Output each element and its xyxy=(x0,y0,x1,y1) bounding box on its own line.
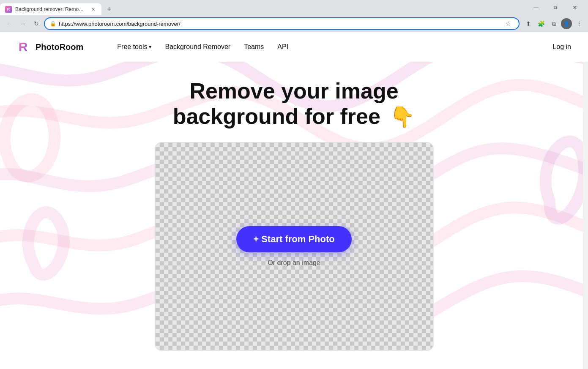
logo-link[interactable]: R PhotoRoom xyxy=(17,39,83,55)
page: .wave { fill: none; stroke-width: 28; st… xyxy=(0,32,588,369)
close-button[interactable]: ✕ xyxy=(565,0,585,15)
lock-icon: 🔒 xyxy=(50,21,56,27)
address-bar: ← → ↻ 🔒 ☆ ⬆ 🧩 ⧉ 👤 ⋮ xyxy=(0,15,588,32)
nav-api[interactable]: API xyxy=(277,43,288,51)
address-input-wrap[interactable]: 🔒 ☆ xyxy=(44,17,520,30)
checker-background[interactable]: + Start from Photo Or drop an image xyxy=(156,143,433,350)
login-link[interactable]: Log in xyxy=(552,43,571,51)
minimize-button[interactable]: — xyxy=(526,0,546,15)
hero-emoji: 👇 xyxy=(390,105,415,128)
address-input[interactable] xyxy=(59,21,500,27)
profile-button[interactable]: 👤 xyxy=(561,18,572,29)
reload-button[interactable]: ↻ xyxy=(30,18,42,30)
tab-close-button[interactable]: ✕ xyxy=(90,6,96,13)
bookmark-button[interactable]: ☆ xyxy=(503,18,514,29)
nav-free-tools[interactable]: Free tools ▾ xyxy=(117,43,151,51)
forward-button[interactable]: → xyxy=(17,18,29,30)
tab-title: Background remover: Remove yo xyxy=(15,6,86,12)
new-tab-button[interactable]: + xyxy=(103,3,115,15)
split-view-button[interactable]: ⧉ xyxy=(548,18,559,29)
restore-button[interactable]: ⧉ xyxy=(546,0,565,15)
logo-icon: R xyxy=(17,39,32,55)
window-controls: — ⧉ ✕ xyxy=(526,0,588,15)
tab-favicon: R xyxy=(5,6,12,13)
address-actions: ☆ xyxy=(503,18,514,29)
svg-text:R: R xyxy=(19,40,28,54)
back-button[interactable]: ← xyxy=(3,18,15,30)
active-tab[interactable]: R Background remover: Remove yo ✕ xyxy=(0,3,101,15)
tab-bar: R Background remover: Remove yo ✕ + — ⧉ … xyxy=(0,0,588,15)
drop-label: Or drop an image xyxy=(268,259,320,267)
logo-text: PhotoRoom xyxy=(36,42,83,52)
extensions-button[interactable]: 🧩 xyxy=(536,18,547,29)
share-button[interactable]: ⬆ xyxy=(523,18,534,29)
navbar: R PhotoRoom Free tools ▾ Background Remo… xyxy=(0,32,588,62)
nav-links: Free tools ▾ Background Remover Teams AP… xyxy=(117,43,288,51)
chevron-down-icon: ▾ xyxy=(149,44,151,50)
nav-background-remover[interactable]: Background Remover xyxy=(165,43,230,51)
nav-teams[interactable]: Teams xyxy=(244,43,264,51)
upload-box[interactable]: + Start from Photo Or drop an image xyxy=(155,142,434,351)
menu-button[interactable]: ⋮ xyxy=(574,18,585,29)
hero-title: Remove your image background for free 👇 xyxy=(173,79,416,129)
start-from-photo-button[interactable]: + Start from Photo xyxy=(236,226,352,252)
hero-section: Remove your image background for free 👇 … xyxy=(0,62,588,351)
